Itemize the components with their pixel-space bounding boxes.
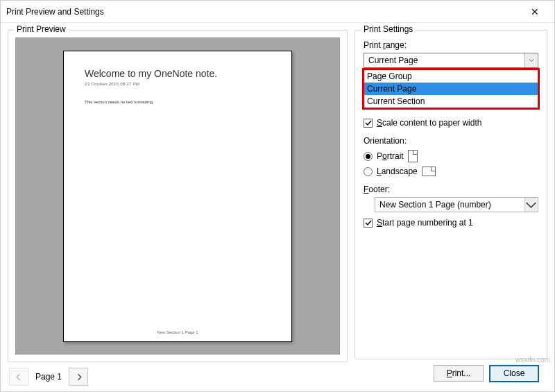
print-range-select-wrap: Current Page Page Group Current Page Cur…: [364, 53, 538, 68]
print-range-select[interactable]: Current Page: [364, 53, 538, 68]
preview-page-body: This section needs no text formatting.: [85, 100, 271, 104]
settings-column: Print Settings Print range: Current Page…: [355, 30, 547, 387]
dialog-body: Print Preview Welcome to my OneNote note…: [1, 23, 554, 391]
page-indicator: Page 1: [33, 372, 65, 382]
watermark: wsxdn.com: [515, 356, 550, 364]
print-settings-fieldset: Print Settings Print range: Current Page…: [355, 30, 547, 359]
settings-legend: Print Settings: [361, 24, 416, 34]
pager: Page 1: [8, 366, 348, 387]
check-icon: [365, 119, 372, 126]
print-range-option-page-group[interactable]: Page Group: [364, 70, 538, 83]
preview-page-title: Welcome to my OneNote note.: [85, 68, 271, 79]
footer-value: New Section 1 Page (number): [379, 200, 524, 210]
portrait-icon: [408, 150, 418, 162]
print-range-option-current-section[interactable]: Current Section: [364, 95, 538, 108]
preview-canvas: Welcome to my OneNote note. 23 October 2…: [15, 37, 340, 355]
preview-column: Print Preview Welcome to my OneNote note…: [8, 30, 348, 387]
preview-page: Welcome to my OneNote note. 23 October 2…: [63, 51, 292, 342]
chevron-down-icon: [524, 53, 537, 67]
orientation-landscape-row[interactable]: Landscape: [364, 167, 538, 176]
portrait-label: Portrait: [377, 151, 404, 161]
print-button[interactable]: Print...: [434, 365, 484, 382]
start-numbering-checkbox[interactable]: [364, 219, 373, 228]
scale-checkbox-row[interactable]: Scale content to paper width: [364, 118, 538, 128]
start-numbering-row[interactable]: Start page numbering at 1: [364, 218, 538, 228]
start-numbering-label: Start page numbering at 1: [377, 218, 473, 228]
landscape-label: Landscape: [377, 167, 418, 176]
radio-dot: [366, 154, 370, 159]
scale-checkbox[interactable]: [364, 119, 373, 128]
portrait-radio[interactable]: [364, 152, 373, 161]
prev-page-button[interactable]: [9, 368, 28, 386]
next-page-button[interactable]: [69, 368, 88, 386]
dialog-window: Print Preview and Settings ✕ Print Previ…: [0, 0, 555, 392]
scale-label: Scale content to paper width: [377, 118, 481, 128]
orientation-label: Orientation:: [364, 136, 538, 146]
orientation-portrait-row[interactable]: Portrait: [364, 150, 538, 162]
print-range-value: Current Page: [368, 56, 524, 65]
chevron-left-icon: [15, 373, 23, 381]
chevron-right-icon: [75, 373, 83, 381]
landscape-radio[interactable]: [364, 167, 373, 176]
preview-page-footer: New Section 1 Page 1: [64, 330, 291, 334]
print-preview-fieldset: Print Preview Welcome to my OneNote note…: [8, 30, 348, 362]
close-icon[interactable]: ✕: [521, 1, 549, 22]
check-icon: [365, 219, 372, 226]
footer-label: Footer:: [364, 185, 538, 194]
print-range-label: Print range:: [364, 40, 538, 50]
footer-select[interactable]: New Section 1 Page (number): [375, 197, 538, 212]
titlebar: Print Preview and Settings ✕: [1, 1, 554, 23]
chevron-down-icon: [524, 198, 537, 212]
dialog-buttons: Print... Close: [355, 359, 547, 387]
window-title: Print Preview and Settings: [6, 7, 521, 17]
close-button[interactable]: Close: [489, 365, 539, 382]
preview-legend: Print Preview: [14, 24, 69, 34]
print-range-dropdown: Page Group Current Page Current Section: [362, 68, 540, 110]
preview-page-meta: 23 October 2015 08:27 PM: [85, 82, 271, 86]
print-range-option-current-page[interactable]: Current Page: [364, 83, 538, 95]
landscape-icon: [422, 167, 436, 176]
